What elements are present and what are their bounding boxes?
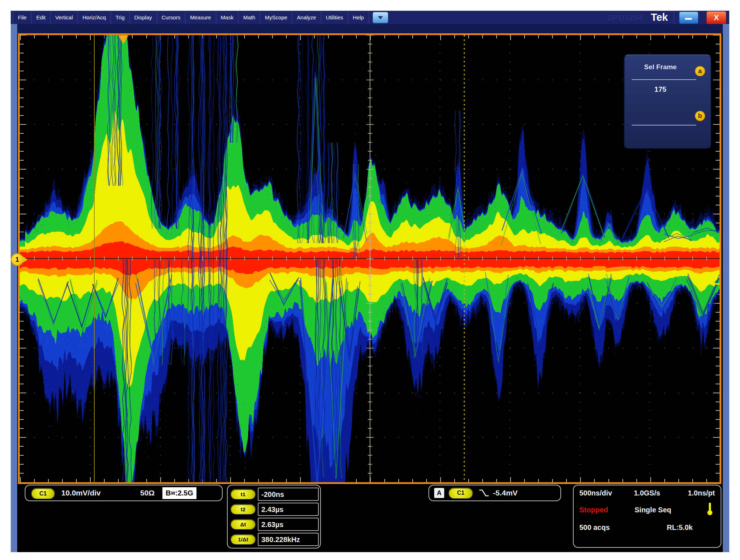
bandwidth-readout: BW:2.5G	[162, 487, 196, 499]
waveform-display[interactable]	[20, 35, 720, 482]
bandwidth-value: :2.5G	[175, 489, 193, 497]
acquisition-count: 500 acqs	[579, 523, 610, 532]
model-label: DPO7254	[607, 13, 643, 22]
multipurpose-knob-b-icon[interactable]: b	[695, 111, 705, 121]
menu-item-analyze[interactable]: Analyze	[292, 11, 321, 24]
menu-item-horiz-acq[interactable]: Horiz/Acq	[78, 11, 111, 24]
sel-frame-panel: Sel Frame a 175 b	[624, 54, 711, 149]
sel-frame-divider-2	[632, 125, 696, 125]
cursor-t1-value: -200ns	[258, 488, 319, 501]
menu-item-file[interactable]: File	[13, 11, 32, 24]
bandwidth-prefix: B	[166, 489, 171, 497]
cursor-row-t2: t2 2.43µs	[229, 502, 319, 517]
titlebar-divider	[674, 11, 674, 24]
menu-bar: FileEditVerticalHoriz/AcqTrigDisplayCurs…	[11, 11, 729, 24]
channel-1-button[interactable]: C1	[31, 488, 55, 499]
cursor-inverse-delta-t-button[interactable]: 1/Δt	[231, 534, 256, 545]
sel-frame-value: 175	[625, 85, 696, 94]
left-edge-strip	[11, 24, 17, 552]
scope-window: FileEditVerticalHoriz/AcqTrigDisplayCurs…	[11, 11, 729, 552]
cursor-t2-value: 2.43µs	[258, 503, 319, 516]
menu-item-myscope[interactable]: MyScope	[260, 11, 293, 24]
menu-item-display[interactable]: Display	[130, 11, 157, 24]
cursor-delta-t-button[interactable]: Δt	[231, 519, 256, 530]
trigger-readout-panel: A C1 -5.4mV	[428, 485, 561, 501]
menu-item-edit[interactable]: Edit	[32, 11, 51, 24]
cursor-inverse-delta-t-value: 380.228kHz	[258, 533, 319, 546]
page: FileEditVerticalHoriz/AcqTrigDisplayCurs…	[0, 0, 740, 560]
tek-logo: Tek	[651, 11, 668, 23]
falling-edge-icon	[479, 489, 489, 497]
graticule	[18, 33, 721, 484]
menu-item-cursors[interactable]: Cursors	[157, 11, 186, 24]
trigger-level-readout: -5.4mV	[493, 489, 518, 497]
bandwidth-sub: W	[171, 490, 175, 496]
menu-bar-items: FileEditVerticalHoriz/AcqTrigDisplayCurs…	[11, 11, 369, 24]
menu-item-math[interactable]: Math	[238, 11, 260, 24]
record-length-readout: RL:5.0k	[667, 523, 693, 532]
cursor-delta-t-value: 2.63µs	[258, 518, 319, 531]
acquisition-mode: Single Seq	[635, 506, 671, 514]
menu-item-help[interactable]: Help	[348, 11, 369, 24]
cursor-t1-button[interactable]: t1	[231, 489, 256, 499]
impedance-readout: 50Ω	[140, 489, 155, 497]
trigger-source-button[interactable]: C1	[449, 488, 473, 499]
sel-frame-title: Sel Frame	[625, 63, 696, 71]
multipurpose-knob-a-icon[interactable]: a	[695, 66, 705, 76]
menu-item-utilities[interactable]: Utilities	[321, 11, 348, 24]
cursor-row-inverse-delta-t: 1/Δt 380.228kHz	[229, 532, 319, 547]
right-edge-strip	[723, 24, 729, 552]
cursor-row-delta-t: Δt 2.63µs	[229, 517, 319, 532]
menu-item-trig[interactable]: Trig	[111, 11, 129, 24]
scope-body: 1 Sel Frame a 175 b C1 10.0mV/div 50Ω BW…	[11, 24, 729, 552]
timebase-readout: 500ns/div	[579, 489, 634, 497]
resolution-readout: 1.0ns/pt	[688, 489, 715, 497]
sample-rate-readout: 1.0GS/s	[634, 489, 688, 497]
titlebar-right: DPO7254 Tek X	[607, 11, 729, 24]
acquisition-status: Stopped	[579, 506, 608, 514]
menu-item-measure[interactable]: Measure	[185, 11, 216, 24]
menu-item-mask[interactable]: Mask	[216, 11, 239, 24]
chevron-down-icon	[378, 16, 383, 19]
minimize-icon	[685, 18, 692, 20]
close-button[interactable]: X	[706, 11, 726, 24]
menu-item-vertical[interactable]: Vertical	[51, 11, 78, 24]
channel-1-badge[interactable]: 1	[11, 253, 24, 266]
channel-1-position-arrow-icon	[23, 256, 28, 263]
cursor-t2-button[interactable]: t2	[231, 504, 256, 514]
cursor-readout-panel: t1 -200ns t2 2.43µs Δt 2.63µs 1/Δt 380.2…	[227, 485, 321, 549]
vertical-scale-readout: 10.0mV/div	[61, 489, 101, 497]
minimize-button[interactable]	[679, 11, 698, 24]
cursor-row-t1: t1 -200ns	[229, 487, 319, 502]
acquisition-status-panel: 500ns/div 1.0GS/s 1.0ns/pt Stopped Singl…	[573, 485, 721, 548]
menu-dropdown-button[interactable]	[373, 12, 388, 23]
channel-readout-panel: C1 10.0mV/div 50Ω BW:2.5G	[25, 485, 223, 501]
single-seq-marker-icon	[707, 503, 713, 517]
sel-frame-divider-1	[632, 79, 696, 80]
trigger-group-badge: A	[434, 488, 444, 498]
timebase-row: 500ns/div 1.0GS/s 1.0ns/pt	[579, 489, 715, 497]
screen-top-band	[17, 24, 723, 33]
